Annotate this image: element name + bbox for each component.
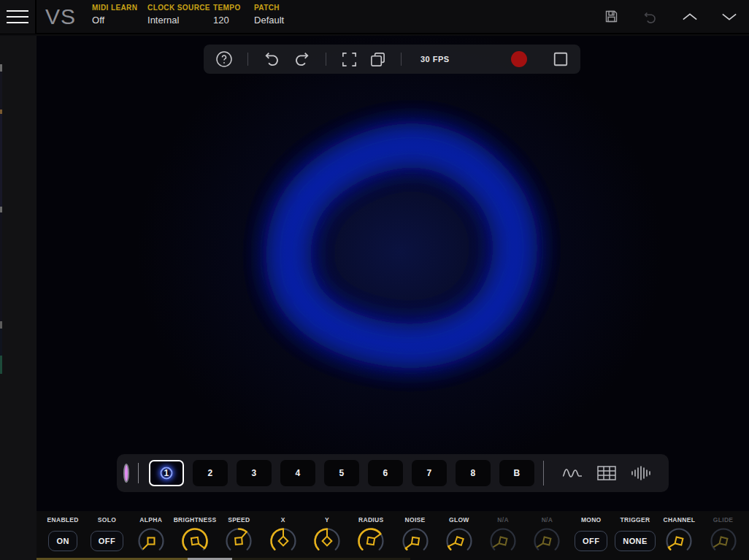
param-label: Y	[325, 516, 329, 523]
layer-buttons: 12345678B	[149, 460, 534, 486]
spectrum-icon	[630, 464, 652, 482]
param-label: NOISE	[405, 516, 426, 523]
param-label: GLOW	[449, 516, 469, 523]
field-value: Default	[254, 15, 284, 26]
param-knob-glide	[707, 525, 740, 557]
header-fields: MIDI LEARN OffCLOCK SOURCE InternalTEMPO…	[92, 0, 284, 33]
header-field-midi-learn[interactable]: MIDI LEARN Off	[92, 4, 147, 26]
param-knob-brightness[interactable]	[179, 525, 211, 557]
layer-label: 1	[164, 468, 169, 478]
param-alpha: ALPHA	[129, 511, 173, 560]
layer-button-6[interactable]: 6	[368, 460, 403, 486]
redo-canvas-button[interactable]	[293, 50, 311, 69]
param-knob-y[interactable]	[311, 525, 343, 557]
param-knob-radius[interactable]	[355, 525, 387, 557]
visualizer-canvas[interactable]: 30 FPS 12345678B	[37, 36, 749, 511]
param-mono: MONO OFF	[569, 511, 613, 560]
waveform-icon	[561, 464, 583, 482]
param-label: RADIUS	[358, 516, 383, 523]
param-label: BRIGHTNESS	[174, 516, 217, 523]
stop-icon	[553, 51, 569, 67]
param-speed: SPEED	[217, 511, 261, 560]
record-icon	[510, 50, 528, 68]
undo-button[interactable]	[642, 9, 658, 25]
layer-button-5[interactable]: 5	[324, 460, 359, 486]
grid-view-button[interactable]	[596, 464, 617, 482]
layer-button-b[interactable]: B	[499, 460, 534, 486]
menu-button[interactable]	[0, 0, 37, 34]
layer-label: 2	[207, 468, 212, 478]
field-value: Off	[92, 15, 147, 26]
header-field-tempo[interactable]: TEMPO 120	[213, 4, 254, 26]
layer-color-swatch[interactable]	[123, 464, 129, 483]
param-n-a: N/A	[525, 511, 569, 560]
layer-label: B	[513, 468, 520, 478]
sidebar-sliver	[0, 212, 2, 321]
field-label: CLOCK SOURCE	[147, 4, 213, 12]
chevron-up-icon	[682, 12, 698, 21]
layer-button-7[interactable]: 7	[412, 460, 447, 486]
help-button[interactable]	[215, 50, 233, 68]
layer-button-8[interactable]: 8	[456, 460, 491, 486]
field-value: Internal	[147, 15, 213, 26]
top-bar-actions	[604, 9, 749, 25]
param-toggle-enabled[interactable]: ON	[48, 531, 77, 551]
layer-label: 8	[470, 468, 475, 478]
param-enabled: ENABLED ON	[41, 511, 85, 560]
parameter-bar: ENABLED ONSOLO OFFALPHA BRIGHTNESS SPEED…	[37, 511, 749, 560]
layer-bar: 12345678B	[117, 454, 669, 492]
param-label: ALPHA	[139, 516, 162, 523]
redo-icon	[293, 50, 311, 69]
knob-graphic	[443, 525, 475, 557]
param-label: CHANNEL	[663, 516, 695, 523]
layer-button-4[interactable]: 4	[280, 460, 315, 486]
spectrum-view-button[interactable]	[630, 464, 652, 482]
knob-graphic	[135, 525, 167, 557]
param-n-a: N/A	[481, 511, 525, 560]
save-button[interactable]	[604, 9, 619, 24]
param-knob-noise[interactable]	[399, 525, 431, 557]
duplicate-button[interactable]	[369, 51, 386, 68]
previous-patch-button[interactable]	[682, 12, 698, 21]
chevron-down-icon	[721, 12, 737, 21]
next-patch-button[interactable]	[721, 12, 737, 21]
param-label: GLIDE	[713, 516, 733, 523]
param-knob-speed[interactable]	[223, 525, 255, 557]
duplicate-icon	[369, 51, 386, 68]
knob-graphic	[531, 525, 563, 557]
save-icon	[604, 9, 619, 24]
header-field-clock-source[interactable]: CLOCK SOURCE Internal	[147, 4, 213, 26]
param-x: X	[261, 511, 304, 560]
knob-graphic	[267, 525, 299, 557]
layer-label: 6	[383, 468, 388, 478]
header-field-patch[interactable]: PATCH Default	[254, 4, 284, 26]
help-icon	[215, 50, 233, 68]
knob-graphic	[707, 525, 740, 557]
param-toggle-solo[interactable]: OFF	[91, 531, 123, 551]
param-toggle-trigger[interactable]: NONE	[615, 531, 655, 551]
layer-button-2[interactable]: 2	[193, 460, 228, 486]
toolbar-separator	[247, 53, 248, 66]
fullscreen-button[interactable]	[341, 51, 358, 68]
grid-icon	[596, 464, 617, 482]
layer-label: 4	[295, 468, 300, 478]
param-knob-glow[interactable]	[443, 525, 475, 557]
param-glide: GLIDE	[701, 511, 745, 560]
sidebar-sliver	[0, 207, 2, 212]
layer-button-1[interactable]: 1	[149, 460, 184, 486]
param-label: N/A	[542, 516, 553, 523]
undo-icon	[263, 50, 281, 69]
param-knob-alpha[interactable]	[135, 525, 167, 557]
param-toggle-mono[interactable]: OFF	[575, 531, 607, 551]
param-knob-x[interactable]	[267, 525, 299, 557]
left-sidebar	[0, 36, 37, 560]
field-value: 120	[213, 15, 254, 26]
layer-button-3[interactable]: 3	[237, 460, 272, 486]
sidebar-sliver	[0, 114, 2, 207]
oscilloscope-view-button[interactable]	[561, 464, 583, 482]
sidebar-sliver	[0, 72, 2, 112]
param-knob-channel[interactable]	[663, 525, 695, 557]
record-button[interactable]	[510, 50, 528, 68]
undo-canvas-button[interactable]	[263, 50, 281, 69]
stop-button[interactable]	[553, 51, 569, 67]
